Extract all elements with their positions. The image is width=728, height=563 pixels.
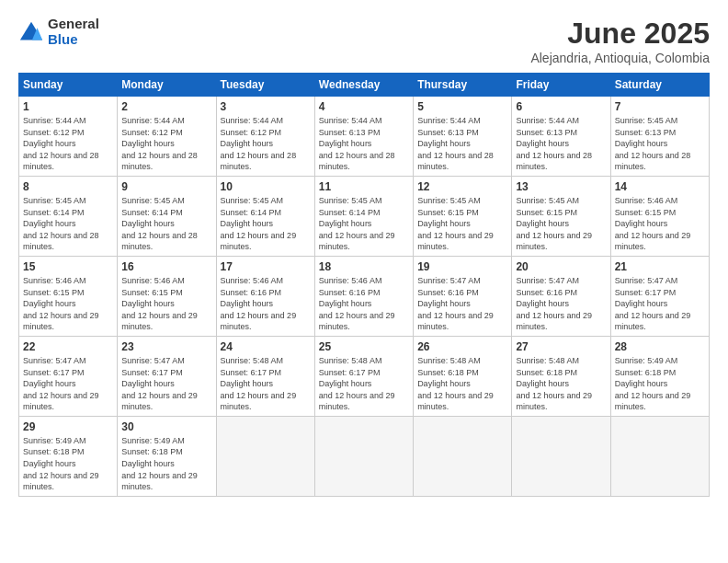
- table-cell: 24 Sunrise: 5:48 AMSunset: 6:17 PMDaylig…: [216, 336, 314, 416]
- table-cell: 19 Sunrise: 5:47 AMSunset: 6:16 PMDaylig…: [414, 256, 512, 336]
- table-cell: 25 Sunrise: 5:48 AMSunset: 6:17 PMDaylig…: [314, 336, 413, 416]
- day-number: 4: [319, 100, 409, 113]
- day-number: 15: [23, 260, 113, 273]
- logo-text: General Blue: [48, 17, 99, 47]
- table-cell: 4 Sunrise: 5:44 AMSunset: 6:13 PMDayligh…: [314, 97, 413, 177]
- calendar-title: June 2025: [530, 17, 710, 51]
- day-info: Sunrise: 5:47 AMSunset: 6:17 PMDaylight …: [615, 276, 691, 331]
- col-sunday: Sunday: [19, 74, 118, 97]
- day-number: 22: [23, 340, 113, 353]
- col-thursday: Thursday: [414, 74, 512, 97]
- table-cell: [216, 416, 314, 496]
- col-monday: Monday: [118, 74, 216, 97]
- table-cell: 1 Sunrise: 5:44 AMSunset: 6:12 PMDayligh…: [19, 97, 118, 177]
- table-cell: 10 Sunrise: 5:45 AMSunset: 6:14 PMDaylig…: [216, 176, 314, 256]
- day-number: 12: [417, 180, 507, 193]
- day-number: 18: [319, 260, 409, 273]
- day-number: 28: [615, 340, 705, 353]
- table-cell: 30 Sunrise: 5:49 AMSunset: 6:18 PMDaylig…: [118, 416, 216, 496]
- table-cell: 17 Sunrise: 5:46 AMSunset: 6:16 PMDaylig…: [216, 256, 314, 336]
- table-cell: 7 Sunrise: 5:45 AMSunset: 6:13 PMDayligh…: [610, 97, 709, 177]
- day-number: 13: [516, 180, 606, 193]
- day-info: Sunrise: 5:44 AMSunset: 6:13 PMDaylight …: [417, 116, 494, 171]
- day-info: Sunrise: 5:46 AMSunset: 6:16 PMDaylight …: [319, 276, 395, 331]
- day-number: 7: [615, 100, 705, 113]
- day-info: Sunrise: 5:47 AMSunset: 6:17 PMDaylight …: [121, 356, 198, 411]
- calendar-subtitle: Alejandria, Antioquia, Colombia: [530, 51, 710, 65]
- day-number: 14: [615, 180, 705, 193]
- day-info: Sunrise: 5:49 AMSunset: 6:18 PMDaylight …: [121, 436, 198, 491]
- day-info: Sunrise: 5:48 AMSunset: 6:17 PMDaylight …: [221, 356, 297, 411]
- table-cell: 9 Sunrise: 5:45 AMSunset: 6:14 PMDayligh…: [118, 176, 216, 256]
- table-cell: 6 Sunrise: 5:44 AMSunset: 6:13 PMDayligh…: [512, 97, 610, 177]
- table-cell: 22 Sunrise: 5:47 AMSunset: 6:17 PMDaylig…: [19, 336, 118, 416]
- day-info: Sunrise: 5:46 AMSunset: 6:15 PMDaylight …: [23, 276, 99, 331]
- table-row: 15 Sunrise: 5:46 AMSunset: 6:15 PMDaylig…: [19, 256, 710, 336]
- day-info: Sunrise: 5:45 AMSunset: 6:15 PMDaylight …: [417, 196, 494, 251]
- table-cell: 11 Sunrise: 5:45 AMSunset: 6:14 PMDaylig…: [314, 176, 413, 256]
- day-info: Sunrise: 5:44 AMSunset: 6:12 PMDaylight …: [221, 116, 297, 171]
- table-cell: 14 Sunrise: 5:46 AMSunset: 6:15 PMDaylig…: [610, 176, 709, 256]
- day-number: 6: [516, 100, 606, 113]
- day-info: Sunrise: 5:46 AMSunset: 6:16 PMDaylight …: [221, 276, 297, 331]
- table-cell: 15 Sunrise: 5:46 AMSunset: 6:15 PMDaylig…: [19, 256, 118, 336]
- table-cell: 29 Sunrise: 5:49 AMSunset: 6:18 PMDaylig…: [19, 416, 118, 496]
- col-tuesday: Tuesday: [216, 74, 314, 97]
- table-cell: 12 Sunrise: 5:45 AMSunset: 6:15 PMDaylig…: [414, 176, 512, 256]
- day-number: 3: [221, 100, 311, 113]
- day-number: 29: [23, 420, 113, 433]
- day-number: 26: [417, 340, 507, 353]
- day-number: 19: [417, 260, 507, 273]
- table-cell: [314, 416, 413, 496]
- day-info: Sunrise: 5:47 AMSunset: 6:16 PMDaylight …: [516, 276, 592, 331]
- table-cell: 21 Sunrise: 5:47 AMSunset: 6:17 PMDaylig…: [610, 256, 709, 336]
- day-info: Sunrise: 5:46 AMSunset: 6:15 PMDaylight …: [121, 276, 198, 331]
- day-info: Sunrise: 5:48 AMSunset: 6:18 PMDaylight …: [516, 356, 592, 411]
- day-info: Sunrise: 5:49 AMSunset: 6:18 PMDaylight …: [615, 356, 691, 411]
- day-number: 1: [23, 100, 113, 113]
- day-number: 25: [319, 340, 409, 353]
- day-info: Sunrise: 5:45 AMSunset: 6:14 PMDaylight …: [23, 196, 99, 251]
- table-row: 29 Sunrise: 5:49 AMSunset: 6:18 PMDaylig…: [19, 416, 710, 496]
- table-cell: 16 Sunrise: 5:46 AMSunset: 6:15 PMDaylig…: [118, 256, 216, 336]
- table-cell: 8 Sunrise: 5:45 AMSunset: 6:14 PMDayligh…: [19, 176, 118, 256]
- table-cell: 13 Sunrise: 5:45 AMSunset: 6:15 PMDaylig…: [512, 176, 610, 256]
- logo-general: General: [48, 17, 99, 32]
- day-info: Sunrise: 5:48 AMSunset: 6:17 PMDaylight …: [319, 356, 395, 411]
- day-number: 10: [221, 180, 311, 193]
- day-number: 8: [23, 180, 113, 193]
- day-number: 16: [121, 260, 211, 273]
- title-section: June 2025 Alejandria, Antioquia, Colombi…: [530, 17, 710, 65]
- day-info: Sunrise: 5:44 AMSunset: 6:12 PMDaylight …: [23, 116, 99, 171]
- day-info: Sunrise: 5:45 AMSunset: 6:14 PMDaylight …: [221, 196, 297, 251]
- day-number: 5: [417, 100, 507, 113]
- day-number: 11: [319, 180, 409, 193]
- logo: General Blue: [18, 17, 99, 47]
- table-row: 22 Sunrise: 5:47 AMSunset: 6:17 PMDaylig…: [19, 336, 710, 416]
- table-row: 1 Sunrise: 5:44 AMSunset: 6:12 PMDayligh…: [19, 97, 710, 177]
- day-number: 20: [516, 260, 606, 273]
- header: General Blue June 2025 Alejandria, Antio…: [18, 17, 710, 65]
- table-cell: 5 Sunrise: 5:44 AMSunset: 6:13 PMDayligh…: [414, 97, 512, 177]
- day-number: 21: [615, 260, 705, 273]
- day-info: Sunrise: 5:47 AMSunset: 6:17 PMDaylight …: [23, 356, 99, 411]
- table-cell: [414, 416, 512, 496]
- table-cell: 23 Sunrise: 5:47 AMSunset: 6:17 PMDaylig…: [118, 336, 216, 416]
- day-info: Sunrise: 5:45 AMSunset: 6:15 PMDaylight …: [516, 196, 592, 251]
- table-cell: 2 Sunrise: 5:44 AMSunset: 6:12 PMDayligh…: [118, 97, 216, 177]
- day-info: Sunrise: 5:45 AMSunset: 6:14 PMDaylight …: [319, 196, 395, 251]
- table-cell: 27 Sunrise: 5:48 AMSunset: 6:18 PMDaylig…: [512, 336, 610, 416]
- logo-icon: [18, 19, 44, 45]
- day-number: 2: [121, 100, 211, 113]
- table-cell: 20 Sunrise: 5:47 AMSunset: 6:16 PMDaylig…: [512, 256, 610, 336]
- col-wednesday: Wednesday: [314, 74, 413, 97]
- table-row: 8 Sunrise: 5:45 AMSunset: 6:14 PMDayligh…: [19, 176, 710, 256]
- day-number: 30: [121, 420, 211, 433]
- table-cell: 28 Sunrise: 5:49 AMSunset: 6:18 PMDaylig…: [610, 336, 709, 416]
- day-info: Sunrise: 5:48 AMSunset: 6:18 PMDaylight …: [417, 356, 494, 411]
- table-cell: [610, 416, 709, 496]
- day-number: 17: [221, 260, 311, 273]
- page: General Blue June 2025 Alejandria, Antio…: [0, 0, 728, 563]
- col-saturday: Saturday: [610, 74, 709, 97]
- day-info: Sunrise: 5:46 AMSunset: 6:15 PMDaylight …: [615, 196, 691, 251]
